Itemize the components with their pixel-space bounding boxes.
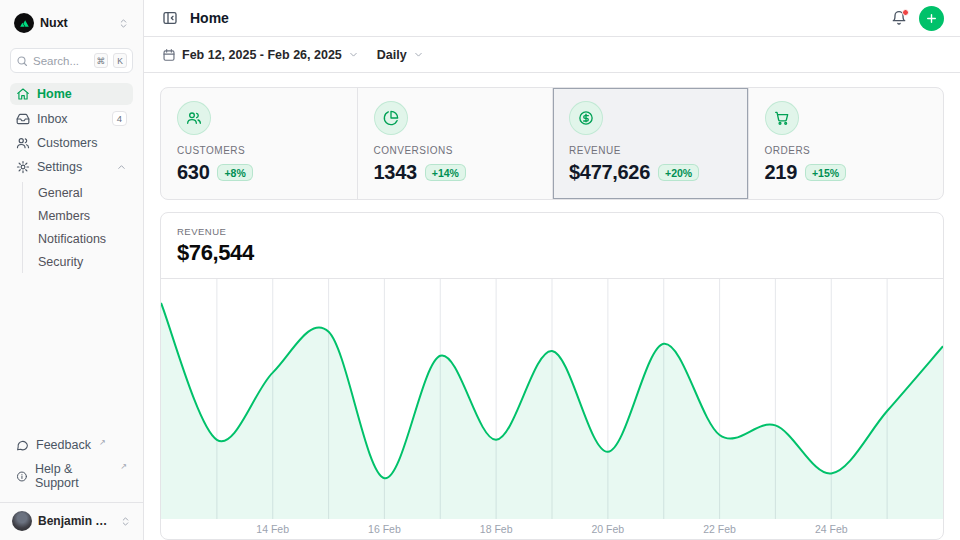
sidebar-item-notifications[interactable]: Notifications xyxy=(36,228,133,250)
chevron-down-icon xyxy=(413,49,424,60)
x-axis-label: 18 Feb xyxy=(480,523,513,535)
page-title: Home xyxy=(190,10,879,26)
sidebar-nav: Home Inbox 4 Customers Settings General … xyxy=(10,83,133,275)
external-link-icon: ↗ xyxy=(99,438,106,447)
dollar-circle-icon xyxy=(578,110,594,126)
stat-label: ORDERS xyxy=(765,145,928,156)
x-axis-label: 14 Feb xyxy=(256,523,289,535)
sidebar-item-inbox[interactable]: Inbox 4 xyxy=(10,107,133,130)
chat-bubble-icon xyxy=(16,439,29,452)
plus-icon xyxy=(925,12,938,25)
chart-current-value: $76,544 xyxy=(177,240,927,266)
sidebar: Nuxt ⌘ K Home Inbox 4 Customers xyxy=(0,0,144,540)
home-icon xyxy=(16,87,30,101)
period-select[interactable]: Daily xyxy=(375,44,426,66)
pie-chart-icon xyxy=(383,110,399,126)
stat-label: CONVERSIONS xyxy=(374,145,537,156)
feedback-label: Feedback xyxy=(36,438,91,452)
sidebar-item-members[interactable]: Members xyxy=(36,205,133,227)
user-menu[interactable]: Benjamin Canac xyxy=(0,502,143,540)
chart-title: REVENUE xyxy=(177,226,927,237)
stat-card-revenue[interactable]: REVENUE $477,626 +20% xyxy=(552,88,748,199)
shortcut-k-key: K xyxy=(113,53,127,68)
stat-change-badge: +20% xyxy=(658,164,699,181)
notifications-button[interactable] xyxy=(889,8,909,28)
stat-card-customers[interactable]: CUSTOMERS 630 +8% xyxy=(161,88,357,199)
info-icon xyxy=(16,470,28,483)
help-support-link[interactable]: Help & Support ↗ xyxy=(10,458,133,494)
stat-value: 630 xyxy=(177,161,209,184)
stat-label: CUSTOMERS xyxy=(177,145,341,156)
search-input[interactable] xyxy=(33,55,89,67)
search-icon xyxy=(16,55,28,67)
stat-change-badge: +8% xyxy=(217,164,252,181)
external-link-icon: ↗ xyxy=(120,462,127,471)
sidebar-item-security[interactable]: Security xyxy=(36,251,133,273)
chevron-down-icon xyxy=(348,49,359,60)
stat-change-badge: +14% xyxy=(425,164,466,181)
stat-value: 219 xyxy=(765,161,797,184)
chevrons-up-down-icon xyxy=(118,18,129,29)
sidebar-item-label: Inbox xyxy=(37,112,105,126)
sidebar-item-label: Home xyxy=(37,87,127,101)
feedback-link[interactable]: Feedback ↗ xyxy=(10,434,133,456)
settings-subnav: General Members Notifications Security xyxy=(22,182,133,273)
sidebar-item-general[interactable]: General xyxy=(36,182,133,204)
nuxt-logo-icon xyxy=(14,13,34,33)
sidebar-item-label: Customers xyxy=(37,136,127,150)
sidebar-item-label: Settings xyxy=(37,160,109,174)
notification-dot xyxy=(902,9,909,16)
sidebar-item-customers[interactable]: Customers xyxy=(10,132,133,154)
inbox-icon xyxy=(16,112,30,126)
x-axis-label: 24 Feb xyxy=(815,523,848,535)
date-range-picker[interactable]: Feb 12, 2025 - Feb 26, 2025 xyxy=(160,44,361,66)
revenue-chart-card: REVENUE $76,544 14 Feb16 Feb18 Feb20 Feb… xyxy=(160,212,944,540)
users-icon xyxy=(186,110,202,126)
help-support-label: Help & Support xyxy=(35,462,112,490)
user-name: Benjamin Canac xyxy=(38,514,114,528)
x-axis-label: 16 Feb xyxy=(368,523,401,535)
sidebar-collapse-button[interactable] xyxy=(160,8,180,28)
stat-card-conversions[interactable]: CONVERSIONS 1343 +14% xyxy=(357,88,553,199)
user-avatar xyxy=(12,511,32,531)
chevron-up-icon xyxy=(116,162,127,173)
x-axis-label: 22 Feb xyxy=(703,523,736,535)
chevrons-up-down-icon xyxy=(120,516,131,527)
sidebar-item-settings[interactable]: Settings xyxy=(10,156,133,178)
app-window: Nuxt ⌘ K Home Inbox 4 Customers xyxy=(0,0,960,540)
date-range-label: Feb 12, 2025 - Feb 26, 2025 xyxy=(182,48,342,62)
gear-icon xyxy=(16,160,30,174)
shortcut-cmd-key: ⌘ xyxy=(94,53,109,68)
team-selector[interactable]: Nuxt xyxy=(10,10,133,36)
page-content: CUSTOMERS 630 +8% CONVERSIONS 1343 +14% xyxy=(144,73,960,540)
stat-card-orders[interactable]: ORDERS 219 +15% xyxy=(748,88,944,199)
period-label: Daily xyxy=(377,48,407,62)
stat-value: 1343 xyxy=(374,161,417,184)
chart-x-axis: 14 Feb16 Feb18 Feb20 Feb22 Feb24 Feb xyxy=(161,519,943,539)
main-area: Home Feb 12, 2025 - Feb 26, 2025 Daily xyxy=(144,0,960,540)
stats-row: CUSTOMERS 630 +8% CONVERSIONS 1343 +14% xyxy=(160,87,944,200)
panel-left-close-icon xyxy=(162,10,178,26)
revenue-area-chart xyxy=(161,279,943,519)
sidebar-spacer xyxy=(10,275,133,434)
chart-header: REVENUE $76,544 xyxy=(161,213,943,279)
calendar-icon xyxy=(162,48,176,62)
search-input-wrapper[interactable]: ⌘ K xyxy=(10,48,133,73)
sidebar-footer: Feedback ↗ Help & Support ↗ xyxy=(10,434,133,502)
stat-label: REVENUE xyxy=(569,145,732,156)
stat-value: $477,626 xyxy=(569,161,650,184)
users-icon xyxy=(16,136,30,150)
page-header: Home xyxy=(144,0,960,37)
stat-change-badge: +15% xyxy=(805,164,846,181)
inbox-count-badge: 4 xyxy=(112,111,127,126)
chart-plot-area[interactable] xyxy=(161,279,943,519)
sidebar-item-home[interactable]: Home xyxy=(10,83,133,105)
filter-toolbar: Feb 12, 2025 - Feb 26, 2025 Daily xyxy=(144,37,960,73)
new-item-button[interactable] xyxy=(919,6,944,31)
cart-icon xyxy=(774,110,790,126)
x-axis-label: 20 Feb xyxy=(591,523,624,535)
team-name: Nuxt xyxy=(40,16,112,30)
